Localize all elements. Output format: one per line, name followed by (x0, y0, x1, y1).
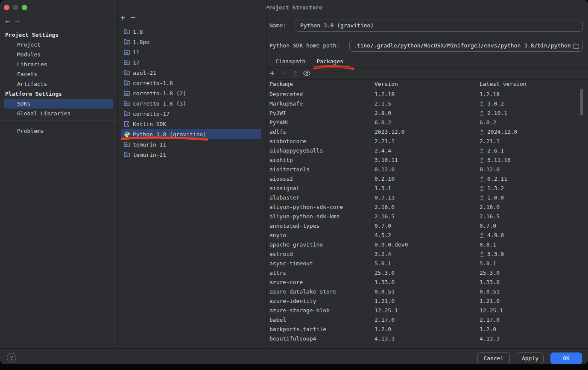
sdk-item-1-8po[interactable]: 1.8po (118, 37, 266, 47)
column-header-version[interactable]: Version (374, 81, 398, 87)
forward-arrow-icon[interactable]: → (15, 17, 20, 25)
package-version: 0.7.13 (374, 194, 395, 201)
package-version: 4.13.3 (374, 335, 395, 342)
table-row[interactable]: PyJWT2.8.02.10.1 (267, 109, 588, 118)
package-latest-version: 12.25.1 (480, 307, 503, 314)
package-version: 1.2.0 (374, 326, 391, 332)
package-latest-version: 1.0.0 (480, 194, 504, 201)
latest-version-text: 3.0.2 (487, 100, 504, 107)
latest-version-text: 0.0.53 (480, 288, 500, 295)
package-name: aiohappyeyeballs (269, 147, 323, 154)
sdk-item-temurin-11[interactable]: temurin-11 (118, 139, 266, 150)
package-latest-version: 2.10.1 (480, 110, 507, 116)
sidebar-item-facets[interactable]: Facets (0, 69, 117, 79)
package-name: aiohttp (269, 157, 293, 163)
tab-packages[interactable]: Packages (316, 57, 343, 67)
table-row[interactable]: annotated-types0.7.00.7.0 (267, 222, 588, 231)
table-row[interactable]: aiohttp3.10.113.11.16 (267, 156, 588, 165)
table-row[interactable]: azure-core1.33.01.33.0 (267, 278, 588, 288)
table-row[interactable]: apache-gravitino0.9.0.dev00.8.1 (267, 241, 588, 250)
sdk-home-path-input[interactable]: .tino/.gradle/python/MacOSX/Miniforge3/e… (349, 40, 583, 52)
sdk-item-kotlin-sdk[interactable]: Kotlin SDK (118, 119, 266, 129)
sidebar-item-global-libraries[interactable]: Global Libraries (0, 109, 117, 118)
table-row[interactable]: async-timeout5.0.15.0.1 (267, 259, 588, 269)
package-latest-version: 3.11.16 (480, 157, 511, 163)
package-version: 2023.12.0 (374, 129, 404, 135)
sidebar-item-project[interactable]: Project (0, 40, 117, 50)
sidebar-item-modules[interactable]: Modules (0, 50, 117, 59)
upload-arrow-icon[interactable] (292, 70, 298, 76)
table-row[interactable]: aioitertools0.12.00.12.0 (267, 165, 588, 175)
table-row[interactable]: azure-storage-blob12.25.112.25.1 (267, 306, 588, 316)
table-row[interactable]: PyYAML6.0.26.0.2 (267, 118, 588, 128)
sidebar-section-project-settings: Project Settings (0, 30, 117, 40)
package-name: apache-gravitino (269, 241, 323, 248)
table-row[interactable]: backports.tarfile1.2.01.2.0 (267, 325, 588, 335)
table-scrollbar[interactable] (580, 89, 583, 115)
column-header-package[interactable]: Package (269, 81, 293, 87)
table-row[interactable]: aliyun-python-sdk-core2.16.02.16.0 (267, 203, 588, 212)
latest-version-text: 1.2.0 (480, 326, 496, 332)
table-row[interactable]: anyio4.5.24.9.0 (267, 231, 588, 241)
back-arrow-icon[interactable]: ← (6, 17, 10, 25)
latest-version-text: 4.13.3 (480, 335, 500, 342)
package-latest-version: 2.16.0 (480, 204, 500, 210)
table-row[interactable]: aiohappyeyeballs2.4.42.6.1 (267, 147, 588, 156)
sdk-item-python-3-8-gravitino[interactable]: Python 3.8 (gravitino) (121, 129, 261, 139)
table-row[interactable]: azure-datalake-store0.0.530.0.53 (267, 288, 588, 297)
sdk-name-input[interactable]: Python 3.8 (gravitino) (295, 20, 583, 32)
sdk-item-corretto-1-8[interactable]: corretto-1.8 (118, 78, 266, 88)
package-version: 2.1.5 (374, 100, 391, 107)
table-row[interactable]: aiobotocore2.21.12.21.1 (267, 137, 588, 147)
table-row[interactable]: Deprecated1.2.181.2.18 (267, 90, 588, 100)
tab-classpath[interactable]: Classpath (275, 57, 305, 67)
sidebar-item-artifacts[interactable]: Artifacts (0, 79, 117, 89)
table-row[interactable]: astroid3.2.43.3.9 (267, 250, 588, 259)
table-row[interactable]: babel2.17.02.17.0 (267, 316, 588, 325)
package-latest-version: 0.12.0 (480, 166, 500, 173)
sdk-item-corretto-1-8-3[interactable]: corretto-1.8 (3) (118, 98, 266, 109)
table-row[interactable]: aliyun-python-sdk-kms2.16.52.16.5 (267, 212, 588, 222)
table-row[interactable]: azure-identity1.21.01.21.0 (267, 297, 588, 306)
package-name: annotated-types (269, 223, 319, 229)
sidebar-item-sdks[interactable]: SDKs (4, 99, 113, 109)
sdk-item-11[interactable]: 11 (118, 47, 266, 57)
remove-sdk-button[interactable]: − (131, 13, 135, 22)
add-package-button[interactable]: + (270, 68, 275, 78)
table-row[interactable]: attrs25.3.025.3.0 (267, 269, 588, 278)
table-row[interactable]: adlfs2023.12.02024.12.0 (267, 128, 588, 137)
latest-version-text: 0.2.11 (487, 176, 507, 182)
package-name: aiooss2 (269, 176, 293, 182)
sidebar-section-platform-settings: Platform Settings (0, 89, 117, 99)
sdk-item-17[interactable]: 17 (118, 57, 266, 68)
ok-button[interactable]: OK (550, 352, 582, 364)
package-version: 5.0.1 (374, 260, 391, 267)
sdk-item-corretto-1-8-2[interactable]: corretto-1.8 (2) (118, 88, 266, 98)
package-name: backports.tarfile (269, 326, 326, 332)
column-header-latest-version[interactable]: Latest version (480, 81, 527, 87)
cancel-button[interactable]: Cancel (477, 352, 510, 364)
sidebar-item-problems[interactable]: Problems (0, 126, 117, 136)
folder-browse-icon[interactable] (573, 43, 579, 49)
package-version: 0.0.53 (374, 288, 395, 295)
table-row[interactable]: beautifulsoup44.13.34.13.3 (267, 335, 588, 344)
sdk-item-azul-21[interactable]: azul-21 (118, 68, 266, 78)
apply-button[interactable]: Apply (517, 352, 544, 364)
eye-icon[interactable] (303, 70, 311, 76)
sdk-item-1-8[interactable]: 1.8 (118, 26, 266, 37)
table-row[interactable]: MarkupSafe2.1.53.0.2 (267, 100, 588, 109)
remove-package-button[interactable]: − (281, 68, 286, 78)
sidebar-item-libraries[interactable]: Libraries (0, 59, 117, 69)
package-name: attrs (269, 270, 286, 276)
add-sdk-button[interactable]: + (120, 13, 125, 22)
package-name: PyYAML (269, 119, 290, 126)
sdk-item-temurin-21[interactable]: temurin-21 (118, 150, 266, 160)
package-latest-version: 5.0.1 (480, 260, 496, 267)
table-row[interactable]: alabaster0.7.131.0.0 (267, 194, 588, 203)
package-version: 0.9.0.dev0 (374, 241, 408, 248)
table-row[interactable]: aiooss20.2.100.2.11 (267, 175, 588, 184)
latest-version-text: 2.16.5 (480, 213, 500, 220)
help-button[interactable]: ? (7, 353, 16, 362)
sdk-item-corretto-17[interactable]: corretto-17 (118, 109, 266, 119)
table-row[interactable]: aiosignal1.3.11.3.2 (267, 184, 588, 194)
